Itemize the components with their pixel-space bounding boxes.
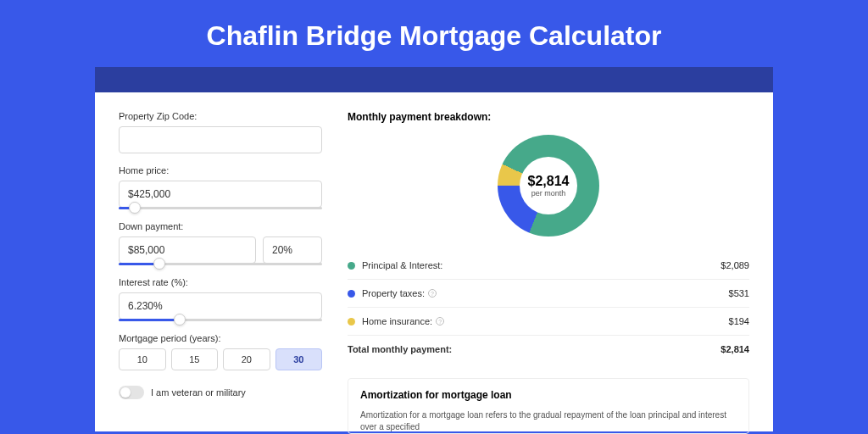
interest-rate-slider[interactable] xyxy=(119,319,322,321)
breakdown-row: Property taxes:?$531 xyxy=(348,280,749,308)
breakdown-label: Home insurance:? xyxy=(362,316,729,326)
down-payment-input[interactable] xyxy=(119,236,256,264)
amortization-text: Amortization for a mortgage loan refers … xyxy=(360,409,737,433)
zip-field: Property Zip Code: xyxy=(119,111,322,153)
info-icon[interactable]: ? xyxy=(428,289,437,298)
legend-dot xyxy=(348,262,355,270)
interest-rate-label: Interest rate (%): xyxy=(119,277,322,287)
donut-center: $2,814 per month xyxy=(520,157,577,214)
down-payment-field: Down payment: xyxy=(119,221,322,265)
breakdown-amount: $531 xyxy=(729,288,749,298)
interest-rate-input[interactable] xyxy=(119,292,322,320)
donut-chart: $2,814 per month xyxy=(348,135,749,236)
slider-thumb[interactable] xyxy=(153,258,165,270)
breakdown-label: Principal & Interest: xyxy=(362,260,721,270)
veteran-toggle[interactable] xyxy=(119,386,144,399)
page-title: Chaflin Bridge Mortgage Calculator xyxy=(0,0,868,67)
period-button-20[interactable]: 20 xyxy=(223,348,270,370)
breakdown-label: Property taxes:? xyxy=(362,288,729,298)
home-price-label: Home price: xyxy=(119,165,322,175)
period-button-15[interactable]: 15 xyxy=(171,348,219,370)
down-payment-slider[interactable] xyxy=(119,263,322,265)
down-payment-label: Down payment: xyxy=(119,221,322,231)
period-field: Mortgage period (years): 10152030 xyxy=(119,333,322,370)
legend-dot xyxy=(348,290,355,298)
home-price-field: Home price: xyxy=(119,165,322,209)
zip-input[interactable] xyxy=(119,126,322,153)
breakdown-row: Home insurance:?$194 xyxy=(348,308,749,336)
amortization-box: Amortization for mortgage loan Amortizat… xyxy=(348,378,749,434)
slider-thumb[interactable] xyxy=(174,314,186,326)
amortization-title: Amortization for mortgage loan xyxy=(360,389,737,401)
info-icon[interactable]: ? xyxy=(436,317,444,326)
donut-sublabel: per month xyxy=(531,189,566,198)
home-price-input[interactable] xyxy=(119,181,322,208)
donut-value: $2,814 xyxy=(528,174,570,189)
breakdown-column: Monthly payment breakdown: $2,814 per mo… xyxy=(348,111,749,431)
breakdown-amount: $194 xyxy=(729,316,749,326)
form-column: Property Zip Code: Home price: Down paym… xyxy=(119,111,322,431)
total-label: Total monthly payment: xyxy=(348,344,721,354)
total-row: Total monthly payment: $2,814 xyxy=(348,336,749,363)
veteran-label: I am veteran or military xyxy=(151,387,246,398)
period-button-10[interactable]: 10 xyxy=(119,348,166,370)
total-amount: $2,814 xyxy=(721,344,749,354)
home-price-slider[interactable] xyxy=(119,207,322,209)
period-label: Mortgage period (years): xyxy=(119,333,322,343)
legend-dot xyxy=(348,318,355,326)
breakdown-title: Monthly payment breakdown: xyxy=(348,111,749,123)
veteran-row: I am veteran or military xyxy=(119,386,322,399)
header-band xyxy=(95,67,773,92)
slider-thumb[interactable] xyxy=(129,202,141,214)
toggle-knob xyxy=(120,387,131,398)
breakdown-row: Principal & Interest:$2,089 xyxy=(348,252,749,280)
interest-rate-field: Interest rate (%): xyxy=(119,277,322,321)
period-button-30[interactable]: 30 xyxy=(275,348,323,370)
zip-label: Property Zip Code: xyxy=(119,111,322,121)
breakdown-amount: $2,089 xyxy=(721,260,749,270)
down-payment-pct-input[interactable] xyxy=(263,236,322,264)
calculator-card: Property Zip Code: Home price: Down paym… xyxy=(95,92,773,431)
